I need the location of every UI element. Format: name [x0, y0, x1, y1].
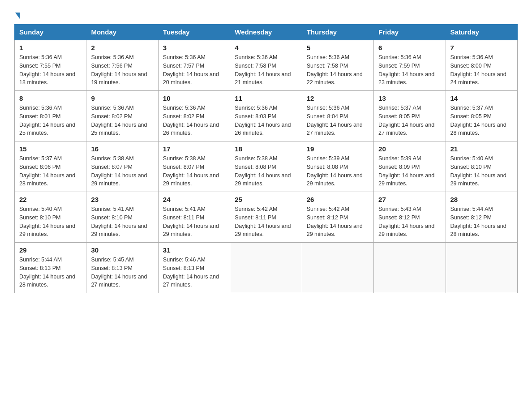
day-number: 24 [163, 196, 225, 203]
calendar-day-cell: 21Sunrise: 5:40 AMSunset: 8:10 PMDayligh… [446, 141, 517, 192]
day-number: 13 [378, 94, 441, 102]
day-info: Sunrise: 5:37 AMSunset: 8:05 PMDaylight:… [378, 104, 441, 137]
day-info: Sunrise: 5:38 AMSunset: 8:07 PMDaylight:… [163, 154, 225, 188]
day-number: 8 [19, 94, 82, 102]
day-number: 4 [235, 44, 297, 51]
calendar-day-cell: 16Sunrise: 5:38 AMSunset: 8:07 PMDayligh… [86, 141, 158, 192]
calendar-day-cell: 9Sunrise: 5:36 AMSunset: 8:02 PMDaylight… [86, 91, 158, 141]
day-info: Sunrise: 5:44 AMSunset: 8:13 PMDaylight:… [19, 256, 82, 289]
calendar-day-cell: 19Sunrise: 5:39 AMSunset: 8:08 PMDayligh… [302, 141, 373, 192]
calendar-week-row: 22Sunrise: 5:40 AMSunset: 8:10 PMDayligh… [15, 192, 518, 243]
weekday-header-sunday: Sunday [15, 25, 86, 40]
day-info: Sunrise: 5:44 AMSunset: 8:12 PMDaylight:… [450, 205, 513, 239]
calendar-day-cell: 2Sunrise: 5:36 AMSunset: 7:56 PMDaylight… [86, 40, 158, 91]
calendar-day-cell: 12Sunrise: 5:36 AMSunset: 8:04 PMDayligh… [302, 91, 373, 141]
day-number: 7 [450, 44, 513, 51]
calendar-day-cell: 5Sunrise: 5:36 AMSunset: 7:58 PMDaylight… [302, 40, 373, 91]
day-info: Sunrise: 5:41 AMSunset: 8:10 PMDaylight:… [91, 205, 153, 239]
day-number: 28 [450, 196, 513, 203]
weekday-header-wednesday: Wednesday [230, 25, 302, 40]
calendar-day-cell [374, 243, 446, 293]
calendar-day-cell: 23Sunrise: 5:41 AMSunset: 8:10 PMDayligh… [86, 192, 158, 243]
calendar-week-row: 29Sunrise: 5:44 AMSunset: 8:13 PMDayligh… [15, 243, 518, 293]
day-info: Sunrise: 5:36 AMSunset: 7:58 PMDaylight:… [235, 53, 297, 87]
day-info: Sunrise: 5:39 AMSunset: 8:09 PMDaylight:… [378, 154, 441, 188]
calendar-day-cell: 31Sunrise: 5:46 AMSunset: 8:13 PMDayligh… [158, 243, 230, 293]
day-info: Sunrise: 5:41 AMSunset: 8:11 PMDaylight:… [163, 205, 225, 239]
day-info: Sunrise: 5:40 AMSunset: 8:10 PMDaylight:… [19, 205, 82, 239]
day-number: 31 [163, 246, 225, 254]
day-info: Sunrise: 5:42 AMSunset: 8:12 PMDaylight:… [307, 205, 369, 239]
day-info: Sunrise: 5:36 AMSunset: 8:02 PMDaylight:… [91, 104, 153, 137]
day-number: 15 [19, 145, 82, 153]
weekday-header-row: SundayMondayTuesdayWednesdayThursdayFrid… [15, 25, 518, 40]
weekday-header-tuesday: Tuesday [158, 25, 230, 40]
calendar-day-cell: 17Sunrise: 5:38 AMSunset: 8:07 PMDayligh… [158, 141, 230, 192]
day-info: Sunrise: 5:37 AMSunset: 8:06 PMDaylight:… [19, 154, 82, 188]
day-number: 30 [91, 246, 153, 254]
day-info: Sunrise: 5:39 AMSunset: 8:08 PMDaylight:… [307, 154, 369, 188]
day-info: Sunrise: 5:36 AMSunset: 7:55 PMDaylight:… [19, 53, 82, 87]
day-number: 14 [450, 94, 513, 102]
day-number: 6 [378, 44, 441, 51]
day-info: Sunrise: 5:36 AMSunset: 7:59 PMDaylight:… [378, 53, 441, 87]
calendar-day-cell: 25Sunrise: 5:42 AMSunset: 8:11 PMDayligh… [230, 192, 302, 243]
day-number: 17 [163, 145, 225, 153]
calendar-day-cell [446, 243, 517, 293]
day-number: 23 [91, 196, 153, 203]
calendar-week-row: 1Sunrise: 5:36 AMSunset: 7:55 PMDaylight… [15, 40, 518, 91]
day-number: 27 [378, 196, 441, 203]
day-number: 1 [19, 44, 82, 51]
calendar-day-cell: 22Sunrise: 5:40 AMSunset: 8:10 PMDayligh… [15, 192, 86, 243]
calendar-day-cell [302, 243, 373, 293]
day-number: 16 [91, 145, 153, 153]
day-number: 18 [235, 145, 297, 153]
day-number: 9 [91, 94, 153, 102]
calendar-week-row: 8Sunrise: 5:36 AMSunset: 8:01 PMDaylight… [15, 91, 518, 141]
day-number: 11 [235, 94, 297, 102]
day-number: 19 [307, 145, 369, 153]
day-info: Sunrise: 5:36 AMSunset: 8:02 PMDaylight:… [163, 104, 225, 137]
calendar-day-cell: 28Sunrise: 5:44 AMSunset: 8:12 PMDayligh… [446, 192, 517, 243]
day-info: Sunrise: 5:36 AMSunset: 8:00 PMDaylight:… [450, 53, 513, 87]
day-info: Sunrise: 5:38 AMSunset: 8:07 PMDaylight:… [91, 154, 153, 188]
calendar-day-cell: 24Sunrise: 5:41 AMSunset: 8:11 PMDayligh… [158, 192, 230, 243]
day-number: 5 [307, 44, 369, 51]
weekday-header-friday: Friday [374, 25, 446, 40]
calendar-day-cell: 6Sunrise: 5:36 AMSunset: 7:59 PMDaylight… [374, 40, 446, 91]
calendar-day-cell: 7Sunrise: 5:36 AMSunset: 8:00 PMDaylight… [446, 40, 517, 91]
day-number: 21 [450, 145, 513, 153]
day-number: 22 [19, 196, 82, 203]
day-number: 25 [235, 196, 297, 203]
day-number: 3 [163, 44, 225, 51]
weekday-header-monday: Monday [86, 25, 158, 40]
calendar-day-cell: 14Sunrise: 5:37 AMSunset: 8:05 PMDayligh… [446, 91, 517, 141]
calendar-table: SundayMondayTuesdayWednesdayThursdayFrid… [14, 24, 518, 293]
day-info: Sunrise: 5:42 AMSunset: 8:11 PMDaylight:… [235, 205, 297, 239]
day-info: Sunrise: 5:36 AMSunset: 7:58 PMDaylight:… [307, 53, 369, 87]
day-info: Sunrise: 5:36 AMSunset: 8:01 PMDaylight:… [19, 104, 82, 137]
weekday-header-saturday: Saturday [446, 25, 517, 40]
calendar-day-cell: 11Sunrise: 5:36 AMSunset: 8:03 PMDayligh… [230, 91, 302, 141]
calendar-day-cell: 29Sunrise: 5:44 AMSunset: 8:13 PMDayligh… [15, 243, 86, 293]
day-info: Sunrise: 5:46 AMSunset: 8:13 PMDaylight:… [163, 256, 225, 289]
calendar-week-row: 15Sunrise: 5:37 AMSunset: 8:06 PMDayligh… [15, 141, 518, 192]
day-info: Sunrise: 5:43 AMSunset: 8:12 PMDaylight:… [378, 205, 441, 239]
calendar-day-cell: 10Sunrise: 5:36 AMSunset: 8:02 PMDayligh… [158, 91, 230, 141]
day-number: 29 [19, 246, 82, 254]
day-number: 12 [307, 94, 369, 102]
calendar-day-cell: 26Sunrise: 5:42 AMSunset: 8:12 PMDayligh… [302, 192, 373, 243]
day-info: Sunrise: 5:37 AMSunset: 8:05 PMDaylight:… [450, 104, 513, 137]
weekday-header-thursday: Thursday [302, 25, 373, 40]
day-info: Sunrise: 5:36 AMSunset: 7:56 PMDaylight:… [91, 53, 153, 87]
calendar-day-cell: 18Sunrise: 5:38 AMSunset: 8:08 PMDayligh… [230, 141, 302, 192]
day-number: 26 [307, 196, 369, 203]
calendar-day-cell: 27Sunrise: 5:43 AMSunset: 8:12 PMDayligh… [374, 192, 446, 243]
day-info: Sunrise: 5:45 AMSunset: 8:13 PMDaylight:… [91, 256, 153, 289]
calendar-day-cell: 30Sunrise: 5:45 AMSunset: 8:13 PMDayligh… [86, 243, 158, 293]
day-number: 2 [91, 44, 153, 51]
logo [14, 13, 20, 19]
day-info: Sunrise: 5:40 AMSunset: 8:10 PMDaylight:… [450, 154, 513, 188]
logo-arrow-icon [15, 13, 20, 19]
calendar-day-cell [230, 243, 302, 293]
